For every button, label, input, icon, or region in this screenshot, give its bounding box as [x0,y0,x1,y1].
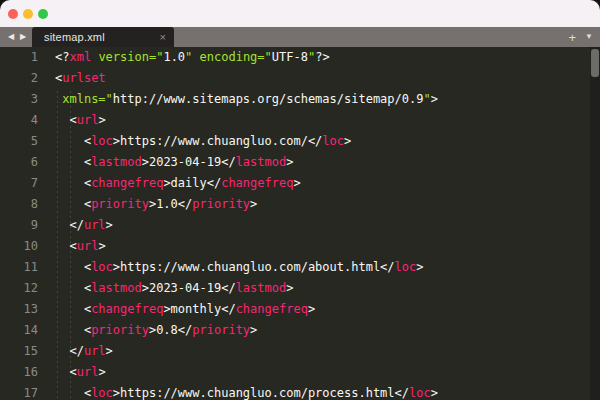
xml-tag-token: loc [322,134,344,148]
xml-text-token: >https://www.chuangluo.com/process.html<… [113,386,409,400]
code-text: </url> [38,341,113,362]
xml-text-token: >monthly</ [163,302,235,316]
xml-tag-token: url [77,239,99,253]
xml-tag-token: url [77,113,99,127]
code-text: <url> [38,362,106,383]
xml-tag-token: priority [91,197,149,211]
nav-back-icon[interactable]: ◀ [5,27,17,47]
line-number: 8 [0,194,38,215]
code-line[interactable]: 8 <priority>1.0</priority> [0,194,600,215]
code-lines: 1<?xml version="1.0" encoding="UTF-8"?>2… [0,47,600,400]
code-line[interactable]: 11 <loc>https://www.chuangluo.com/about.… [0,257,600,278]
xml-tag-token: priority [192,197,250,211]
xml-text-token: < [55,113,77,127]
code-line[interactable]: 7 <changefreq>daily</changefreq> [0,173,600,194]
xml-tag-token: url [84,344,106,358]
code-text: <changefreq>daily</changefreq> [38,173,301,194]
xml-text-token: < [55,260,91,274]
xml-tag-token: priority [192,323,250,337]
tab-bar: ◀ ▶ sitemap.xml × + ▼ [0,27,600,47]
code-line[interactable]: 17 <loc>https://www.chuangluo.com/proces… [0,383,600,400]
xml-text-token: < [55,155,91,169]
line-number: 13 [0,299,38,320]
line-number: 12 [0,278,38,299]
code-line[interactable]: 9 </url> [0,215,600,236]
code-line[interactable]: 4 <url> [0,110,600,131]
scrollbar-track[interactable] [590,47,600,400]
xml-text-token: < [55,386,91,400]
code-line[interactable]: 3 xmlns="http://www.sitemaps.org/schemas… [0,89,600,110]
xml-text-token: < [55,134,91,148]
code-text: <loc>https://www.chuangluo.com/</loc> [38,131,351,152]
code-line[interactable]: 1<?xml version="1.0" encoding="UTF-8"?> [0,47,600,68]
code-line[interactable]: 5 <loc>https://www.chuangluo.com/</loc> [0,131,600,152]
line-number: 7 [0,173,38,194]
xml-text-token: >daily</ [163,176,221,190]
code-line[interactable]: 15 </url> [0,341,600,362]
code-text: xmlns="http://www.sitemaps.org/schemas/s… [38,89,438,110]
code-text: </url> [38,215,113,236]
xml-tag-token: loc [91,386,113,400]
code-text: <lastmod>2023-04-19</lastmod> [38,278,293,299]
window-titlebar [0,0,600,27]
tab-close-icon[interactable]: × [160,32,166,43]
tab-label: sitemap.xml [44,31,160,43]
xml-text-token: ?> [315,50,329,64]
code-line[interactable]: 16 <url> [0,362,600,383]
code-line[interactable]: 13 <changefreq>monthly</changefreq> [0,299,600,320]
code-line[interactable]: 12 <lastmod>2023-04-19</lastmod> [0,278,600,299]
xml-tag-token: changefreq [236,302,308,316]
xml-text-token: > [344,134,351,148]
tab-overflow-chevron-down-icon[interactable]: ▼ [585,33,593,41]
xml-tag-token: xml [69,50,91,64]
xml-text-token: < [55,281,91,295]
xml-text-token: > [98,113,105,127]
xml-text-token: > [250,197,257,211]
xml-tag-token: changefreq [91,176,163,190]
xml-tag-token: lastmod [236,155,287,169]
xml-tag-token: priority [91,323,149,337]
tab-sitemap[interactable]: sitemap.xml × [32,27,174,47]
line-number: 6 [0,152,38,173]
xml-text-token: < [55,323,91,337]
xml-tag-token: lastmod [91,281,142,295]
xml-tag-token: url [84,218,106,232]
code-line[interactable]: 14 <priority>0.8</priority> [0,320,600,341]
xml-text-token: >https://www.chuangluo.com/</ [113,134,323,148]
code-text: <url> [38,110,106,131]
line-number: 17 [0,383,38,400]
app-window: ◀ ▶ sitemap.xml × + ▼ 1<?xml version="1.… [0,0,600,400]
xml-attr-token: " [185,50,199,64]
nav-forward-icon[interactable]: ▶ [17,27,29,47]
xml-tag-token: url [77,365,99,379]
code-line[interactable]: 6 <lastmod>2023-04-19</lastmod> [0,152,600,173]
line-number: 2 [0,68,38,89]
xml-tag-token: loc [91,134,113,148]
traffic-light-zoom-button[interactable] [38,9,48,19]
traffic-light-close-button[interactable] [8,9,18,19]
traffic-light-minimize-button[interactable] [23,9,33,19]
tabbar-actions: + ▼ [568,27,593,47]
xml-text-token: >2023-04-19</ [142,155,236,169]
code-editor[interactable]: 1<?xml version="1.0" encoding="UTF-8"?>2… [0,47,600,400]
xml-text-token: >0.8</ [149,323,192,337]
indent-guide [57,91,58,400]
xml-tag-token: changefreq [221,176,293,190]
line-number: 11 [0,257,38,278]
xml-text-token: http://www.sitemaps.org/schemas/sitemap/… [113,92,424,106]
xml-tag-token: loc [409,386,431,400]
code-text: <changefreq>monthly</changefreq> [38,299,315,320]
code-line[interactable]: 10 <url> [0,236,600,257]
xml-attr-token: version=" [98,50,163,64]
indent-guide [70,91,71,400]
line-number: 1 [0,47,38,68]
code-line[interactable]: 2<urlset [0,68,600,89]
xml-text-token: < [55,365,77,379]
xml-text-token: > [106,218,113,232]
scrollbar-thumb[interactable] [591,49,599,77]
xml-text-token: > [416,260,423,274]
line-number: 5 [0,131,38,152]
line-number: 3 [0,89,38,110]
xml-text-token: > [106,344,113,358]
new-tab-plus-icon[interactable]: + [568,31,576,44]
